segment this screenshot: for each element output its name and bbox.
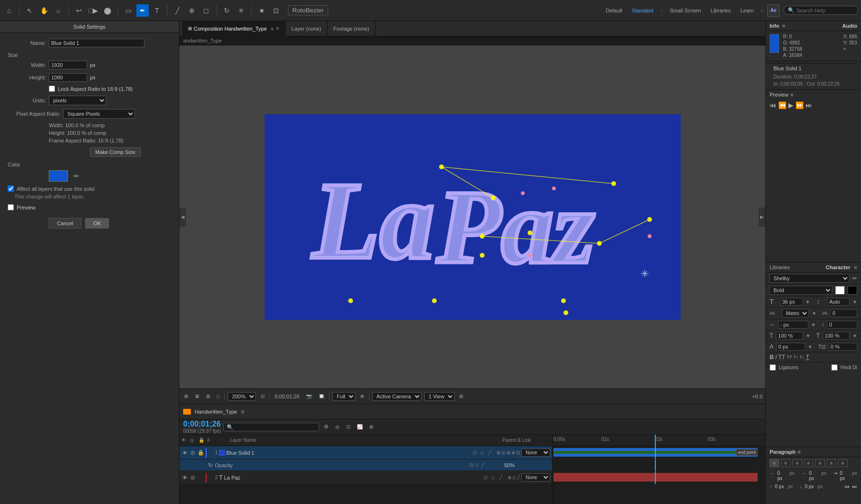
sub-btn[interactable]: T↓ [800, 355, 805, 360]
leading-px-arrow[interactable]: ▼ [811, 322, 816, 328]
italic-btn[interactable]: I [775, 354, 777, 361]
make-comp-size-btn[interactable]: Make Comp Size [90, 147, 141, 157]
camera-tool-icon[interactable]: □▶ [87, 4, 99, 17]
tsume-input[interactable] [828, 343, 857, 351]
layer2-name[interactable]: La Paz [224, 475, 481, 481]
smallcaps-btn[interactable]: TT [787, 355, 792, 360]
timeline-menu-icon[interactable]: ≡ [241, 408, 244, 415]
layer1-name[interactable]: Blue Solid 1 [226, 450, 470, 456]
character-panel-menu[interactable]: ≡ [854, 264, 857, 270]
align-justify-center-btn[interactable]: ≡ [815, 459, 825, 467]
right-nav-arrow[interactable]: ▶ [759, 208, 765, 227]
default-workspace-btn[interactable]: Default [603, 7, 625, 14]
grid-layout-btn[interactable]: ⊞ [457, 393, 465, 399]
style-select[interactable]: Bold [770, 286, 832, 295]
camera-select[interactable]: Active Camera [372, 392, 421, 401]
viewer-safe-btn[interactable]: □ [215, 393, 221, 399]
rotate-icon[interactable]: ↩ [73, 4, 85, 17]
align-center-btn[interactable]: ≡ [781, 459, 791, 467]
cancel-button[interactable]: Cancel [49, 218, 81, 229]
layer1-switch3[interactable]: ╱ [486, 449, 493, 456]
text-icon[interactable]: T [151, 4, 163, 17]
affect-all-checkbox[interactable] [8, 186, 14, 192]
baseline-arrow[interactable]: ▼ [808, 344, 813, 350]
baseline-shift-input[interactable] [776, 343, 805, 351]
playhead-layer2[interactable] [655, 471, 656, 484]
viewer-timecode-btn[interactable]: 0;00;01;26 [273, 393, 301, 400]
size-arrow[interactable]: ▼ [806, 299, 810, 305]
vscale-input[interactable] [823, 332, 850, 340]
indent-right-value[interactable]: 0 px [809, 471, 817, 481]
roto-icon[interactable]: ↻ [221, 4, 233, 17]
snapshot-btn[interactable]: 📷 [304, 393, 314, 399]
eraser-icon[interactable]: ◻ [200, 4, 212, 17]
standard-workspace-btn[interactable]: Standard [629, 7, 656, 14]
solo-mode-btn[interactable]: ⚙ [322, 423, 331, 430]
space-before-value[interactable]: 0 px [775, 484, 784, 489]
frame-blend-btn[interactable]: ⊡ [344, 424, 352, 430]
hand-icon[interactable]: ✋ [38, 4, 50, 17]
pixel-aspect-select[interactable]: Square Pixels [63, 109, 135, 119]
roman-hanging-btn[interactable]: ⏮ [845, 484, 850, 489]
box-icon[interactable]: ⊡ [270, 4, 282, 17]
layer2-switch1[interactable]: ⊡ [482, 474, 489, 481]
layer1-lock-btn[interactable]: 🔒 [198, 449, 204, 456]
layer2-parent-select[interactable]: None [521, 473, 550, 482]
fast-preview-btn[interactable]: ⊕ [358, 393, 366, 399]
shape-select-icon[interactable]: ⬤ [101, 4, 114, 17]
show-snapshot-btn[interactable]: 🔲 [317, 393, 326, 399]
font-size-input[interactable] [780, 298, 803, 306]
quality-select[interactable]: Full [332, 392, 355, 401]
comp-tab-close[interactable]: ✕ [276, 26, 279, 31]
preview-start-btn[interactable]: ⏮ [770, 101, 776, 109]
search-input[interactable] [796, 8, 854, 13]
layer-tab[interactable]: Layer (none) [286, 21, 327, 36]
preview-panel-menu[interactable]: ≡ [790, 92, 793, 98]
lock-aspect-checkbox[interactable] [49, 86, 55, 92]
layer2-eye-btn[interactable]: 👁 [181, 474, 188, 481]
hindi-di-checkbox[interactable] [831, 364, 838, 371]
preview-next-btn[interactable]: ⏩ [795, 101, 804, 109]
indent-left-value[interactable]: 0 px [777, 471, 786, 481]
underline-btn[interactable]: T [806, 354, 809, 361]
paragraph-menu-icon[interactable]: ≡ [797, 449, 800, 455]
align-right-btn[interactable]: ≡ [793, 459, 802, 467]
ok-button[interactable]: OK [85, 218, 109, 229]
viewer-fit-btn[interactable]: ⊡ [259, 393, 266, 399]
preview-play-btn[interactable]: ▶ [788, 101, 794, 109]
playhead-layer1[interactable] [655, 446, 656, 459]
align-justify-full-btn[interactable]: ≡ [838, 459, 848, 467]
hscale-arrow[interactable]: ▼ [806, 333, 811, 339]
layer-search-input[interactable] [223, 423, 319, 431]
units-select[interactable]: pixels [49, 96, 106, 105]
home-icon[interactable]: ⌂ [3, 4, 15, 17]
clone-stamp-icon[interactable]: ⊕ [186, 4, 198, 17]
layer1-switch2[interactable]: ◇ [479, 449, 486, 456]
playhead-ruler[interactable] [655, 435, 656, 446]
preview-end-btn[interactable]: ⏭ [806, 101, 812, 109]
opacity-value[interactable]: 50% [486, 462, 515, 468]
star-icon[interactable]: ★ [255, 4, 268, 17]
burasagari-btn[interactable]: ⏭ [852, 484, 857, 489]
pen-icon[interactable]: ✒ [136, 4, 149, 17]
zoom-select[interactable]: 200% [228, 392, 256, 401]
layer2-lock-btn[interactable] [198, 474, 204, 481]
rect-icon[interactable]: ▭ [122, 4, 134, 17]
leading-arrow[interactable]: ▼ [852, 299, 857, 305]
info-panel-title[interactable]: Info [770, 23, 779, 29]
color-swatch[interactable] [49, 170, 68, 182]
bold-btn[interactable]: B [770, 354, 774, 361]
puppet-icon[interactable]: ✳ [235, 4, 247, 17]
eyedropper-icon[interactable]: ✏ [74, 172, 79, 180]
viewer-snap-btn[interactable]: ⊞ [182, 393, 190, 399]
hscale-input[interactable] [776, 332, 803, 340]
indent-first-value[interactable]: 0 px [840, 471, 849, 481]
comp-region-btn[interactable]: ⊞ [367, 424, 375, 430]
view-select[interactable]: 1 View [424, 392, 454, 401]
tracking-arrow[interactable]: ▼ [812, 311, 817, 316]
roto-bezier-btn[interactable]: RotoBezier [288, 5, 328, 15]
footage-tab[interactable]: Footage (none) [328, 21, 375, 36]
brush-icon[interactable]: ╱ [171, 4, 184, 17]
align-left-btn[interactable]: ≡ [770, 459, 779, 467]
small-screen-workspace-btn[interactable]: Small Screen [667, 7, 704, 14]
